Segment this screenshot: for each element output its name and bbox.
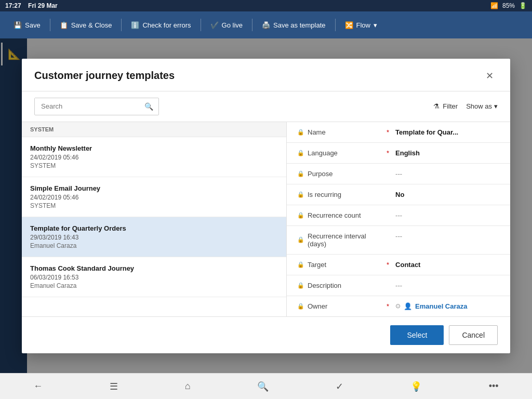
- lock-icon: 🔒: [297, 150, 304, 156]
- battery-label: 85%: [502, 2, 515, 9]
- main-toolbar: 💾 Save 📋 Save & Close ℹ️ Check for error…: [0, 11, 532, 38]
- cancel-button[interactable]: Cancel: [449, 325, 498, 345]
- detail-value-purpose: ---: [395, 170, 500, 178]
- flow-dropdown-icon: ▾: [374, 21, 377, 29]
- lock-icon: 🔒: [297, 191, 304, 198]
- detail-label-target: 🔒 Target: [297, 261, 380, 269]
- list-item[interactable]: Monthly Newsletter 24/02/2019 05:46 SYST…: [22, 137, 286, 177]
- save-close-button[interactable]: 📋 Save & Close: [55, 18, 117, 32]
- select-button[interactable]: Select: [390, 325, 444, 345]
- detail-label-description: 🔒 Description: [297, 282, 380, 289]
- modal-close-button[interactable]: ✕: [482, 69, 498, 83]
- main-content: 📐 Customer journey templates ✕ 🔍 ⚗ Filte…: [0, 38, 532, 373]
- status-indicators: 📶 85% 🔋: [490, 2, 527, 9]
- check-icon: ℹ️: [131, 21, 139, 29]
- list-item-owner: Emanuel Caraza: [30, 282, 278, 289]
- list-panel: SYSTEM Monthly Newsletter 24/02/2019 05:…: [22, 122, 287, 316]
- list-item-owner: SYSTEM: [30, 162, 278, 169]
- lock-icon: 🔒: [297, 170, 304, 177]
- detail-row-language: 🔒 Language * English: [287, 143, 510, 164]
- list-item[interactable]: Simple Email Journey 24/02/2019 05:46 SY…: [22, 177, 286, 217]
- search-button[interactable]: 🔍: [139, 98, 158, 115]
- lock-icon: 🔒: [297, 261, 304, 268]
- battery-icon: 🔋: [519, 2, 527, 9]
- save-template-icon: 🖨️: [262, 21, 270, 29]
- list-group-header-system: SYSTEM: [22, 122, 286, 137]
- list-item[interactable]: Thomas Cook Standard Journey 06/03/2019 …: [22, 257, 286, 297]
- required-star: *: [387, 302, 389, 310]
- detail-panel: 🔒 Name * Template for Quar... 🔒 Language…: [287, 122, 510, 316]
- detail-row-description: 🔒 Description * ---: [287, 275, 510, 296]
- detail-label-owner: 🔒 Owner: [297, 302, 380, 310]
- detail-label-recurring: 🔒 Is recurring: [297, 191, 380, 198]
- status-bar: 17:27 Fri 29 Mar 📶 85% 🔋: [0, 0, 532, 11]
- detail-label-recurrence-interval: 🔒 Recurrence interval (days): [297, 232, 380, 248]
- detail-row-name: 🔒 Name * Template for Quar...: [287, 122, 510, 143]
- detail-value-description: ---: [395, 282, 500, 289]
- detail-value-recurrence-interval: ---: [395, 232, 500, 240]
- back-button[interactable]: ←: [25, 377, 51, 396]
- detail-value-name: Template for Quar...: [395, 128, 500, 136]
- filter-show-area: ⚗ Filter Show as ▾: [433, 102, 498, 110]
- search-box: 🔍: [34, 98, 159, 115]
- list-item-selected[interactable]: Template for Quarterly Orders 29/03/2019…: [22, 217, 286, 257]
- toolbar-separator-5: [335, 19, 336, 31]
- list-item-name: Thomas Cook Standard Journey: [30, 264, 278, 272]
- detail-row-purpose: 🔒 Purpose * ---: [287, 164, 510, 184]
- flow-button[interactable]: 🔀 Flow ▾: [340, 18, 382, 32]
- required-star: *: [387, 261, 389, 269]
- lock-icon: 🔒: [297, 212, 304, 219]
- list-item-date: 24/02/2019 05:46: [30, 194, 278, 201]
- lock-icon: 🔒: [297, 129, 304, 136]
- list-item-name: Monthly Newsletter: [30, 144, 278, 152]
- save-button[interactable]: 💾 Save: [8, 18, 46, 32]
- detail-value-recurrence-count: ---: [395, 211, 500, 219]
- detail-label-name: 🔒 Name: [297, 128, 380, 136]
- wifi-icon: 📶: [490, 2, 498, 9]
- modal-overlay: Customer journey templates ✕ 🔍 ⚗ Filter …: [0, 38, 532, 373]
- modal-title: Customer journey templates: [34, 70, 175, 82]
- required-star: *: [387, 128, 389, 136]
- check-nav-button[interactable]: ✓: [327, 377, 352, 396]
- lightbulb-button[interactable]: 💡: [402, 377, 430, 396]
- lock-icon: 🔒: [297, 236, 304, 243]
- save-template-button[interactable]: 🖨️ Save as template: [257, 18, 330, 32]
- detail-label-recurrence-count: 🔒 Recurrence count: [297, 211, 380, 219]
- menu-button[interactable]: ☰: [101, 377, 126, 396]
- toolbar-separator-4: [252, 19, 252, 31]
- save-close-icon: 📋: [60, 21, 68, 29]
- detail-value-target: Contact: [395, 261, 500, 269]
- modal-header: Customer journey templates ✕: [22, 59, 510, 91]
- list-item-name: Simple Email Journey: [30, 184, 278, 192]
- search-input[interactable]: [35, 98, 139, 114]
- owner-person-icon: ⊙: [395, 302, 401, 310]
- lock-icon: 🔒: [297, 303, 304, 310]
- detail-row-recurring: 🔒 Is recurring * No: [287, 184, 510, 205]
- lock-icon: 🔒: [297, 282, 304, 289]
- date: Fri 29 Mar: [28, 2, 58, 9]
- owner-avatar-icon: 👤: [404, 302, 412, 310]
- time: 17:27: [5, 2, 21, 9]
- more-button[interactable]: •••: [481, 377, 507, 396]
- detail-row-owner: 🔒 Owner * ⊙ 👤 Emanuel Caraza: [287, 296, 510, 316]
- detail-value-owner[interactable]: Emanuel Caraza: [415, 302, 500, 310]
- flow-icon: 🔀: [345, 21, 353, 29]
- list-item-date: 24/02/2019 05:46: [30, 154, 278, 161]
- list-item-name: Template for Quarterly Orders: [30, 224, 278, 232]
- detail-value-recurring: No: [395, 191, 500, 198]
- home-button[interactable]: ⌂: [177, 377, 199, 396]
- toolbar-separator-1: [50, 19, 50, 31]
- show-as-chevron-icon: ▾: [494, 102, 498, 110]
- go-live-button[interactable]: ✔️ Go live: [205, 18, 248, 32]
- bottom-nav: ← ☰ ⌂ 🔍 ✓ 💡 •••: [0, 373, 532, 399]
- list-item-date: 29/03/2019 16:43: [30, 234, 278, 241]
- detail-label-language: 🔒 Language: [297, 149, 380, 157]
- filter-button[interactable]: ⚗ Filter: [433, 102, 458, 110]
- check-errors-button[interactable]: ℹ️ Check for errors: [126, 18, 196, 32]
- search-nav-button[interactable]: 🔍: [249, 377, 277, 396]
- detail-row-recurrence-interval: 🔒 Recurrence interval (days) * ---: [287, 226, 510, 255]
- modal-toolbar: 🔍 ⚗ Filter Show as ▾: [22, 91, 510, 122]
- detail-row-target: 🔒 Target * Contact: [287, 255, 510, 275]
- show-as-button[interactable]: Show as ▾: [466, 102, 498, 110]
- required-star: *: [387, 149, 389, 157]
